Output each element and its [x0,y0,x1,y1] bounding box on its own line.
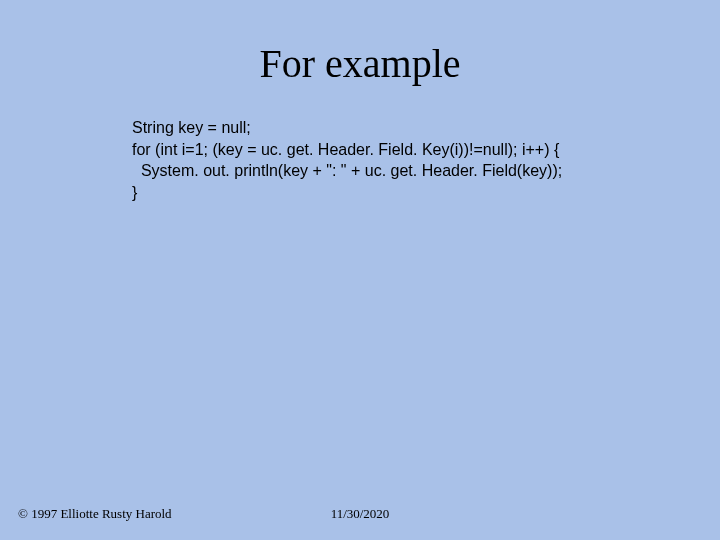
slide-title: For example [0,0,720,117]
footer-date: 11/30/2020 [331,506,390,522]
slide: For example String key = null; for (int … [0,0,720,540]
code-line: } [132,182,680,204]
code-block: String key = null; for (int i=1; (key = … [0,117,720,203]
code-line: for (int i=1; (key = uc. get. Header. Fi… [132,139,680,161]
footer-copyright: © 1997 Elliotte Rusty Harold [18,506,172,522]
code-line: System. out. println(key + ": " + uc. ge… [132,160,680,182]
code-line: String key = null; [132,117,680,139]
